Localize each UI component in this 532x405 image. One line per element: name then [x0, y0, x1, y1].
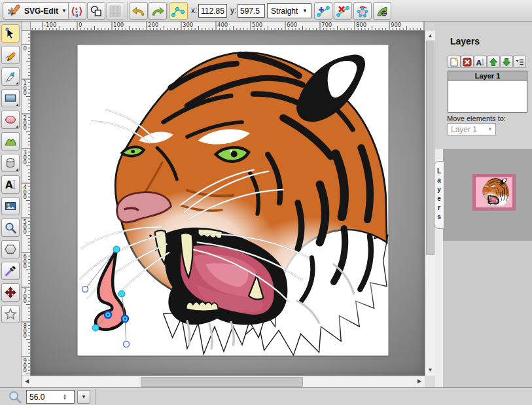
select-caret-icon: ▼ — [488, 126, 493, 132]
left-toolbar: A — [0, 22, 22, 387]
scrollbar-corner — [425, 376, 435, 387]
text-tool-button[interactable]: A — [1, 175, 20, 194]
pencil-tool-button[interactable] — [1, 46, 20, 64]
grid-button[interactable] — [106, 2, 124, 20]
source-code-button[interactable]: ⟨ s v g ⟩ — [68, 2, 86, 20]
zoom-spinner-icon[interactable]: ▲▼ — [60, 394, 70, 400]
svg-text:0: 0 — [24, 90, 27, 96]
ellipse-tool-button[interactable] — [1, 111, 20, 129]
zoom-tool-button[interactable] — [1, 219, 20, 237]
zoom-level-field[interactable]: ▲▼ — [26, 390, 75, 404]
segment-type-value: Straight — [271, 7, 298, 16]
scroll-left-icon[interactable]: ◀ — [22, 376, 32, 387]
document-thumbnail-image — [476, 177, 512, 207]
svg-text:0: 0 — [24, 228, 27, 235]
svg-text:0: 0 — [24, 194, 27, 200]
svg-text:500: 500 — [252, 22, 262, 28]
svg-text:0: 0 — [24, 332, 27, 339]
svg-text:g: g — [75, 12, 78, 18]
eyedropper-tool-button[interactable] — [1, 262, 20, 280]
layers-side-tab-label: Layers — [436, 167, 443, 222]
hexagon-tool-button[interactable] — [1, 240, 20, 258]
horizontal-scroll-thumb[interactable] — [141, 377, 303, 387]
document-thumbnail[interactable] — [472, 174, 516, 211]
app-title: SVG-Edit — [24, 7, 58, 16]
segment-type-select[interactable]: Straight ▼ — [267, 3, 311, 18]
star-tool-button[interactable] — [1, 305, 20, 323]
svg-text:600: 600 — [287, 22, 297, 28]
layer-row-selected[interactable]: Layer 1 — [448, 71, 527, 81]
add-node-button[interactable] — [314, 2, 332, 20]
svg-text:0: 0 — [24, 45, 27, 52]
scroll-down-icon[interactable]: ▼ — [425, 365, 435, 376]
svg-text:0: 0 — [79, 22, 82, 28]
svg-text:400: 400 — [217, 22, 228, 28]
select-caret-icon: ▼ — [302, 8, 308, 14]
edit-node-tool-button[interactable] — [169, 2, 188, 20]
canvas-area: -10001002003004005006007008009001000 010… — [22, 22, 435, 387]
path-tool-button[interactable] — [1, 132, 20, 150]
move-elements-select[interactable]: Layer 1 ▼ — [448, 123, 496, 135]
new-layer-button[interactable] — [448, 56, 461, 68]
main-menu-button[interactable]: SVG-Edit ▼ — [3, 2, 72, 20]
y-coordinate-label: y: — [230, 6, 236, 15]
close-path-button[interactable] — [353, 2, 372, 20]
open-path-button[interactable] — [373, 2, 391, 20]
panel-lower-area — [443, 241, 532, 387]
scroll-right-icon[interactable]: ▶ — [414, 376, 425, 387]
move-layer-down-button[interactable] — [500, 56, 513, 68]
layer-list[interactable]: Layer 1 — [448, 71, 527, 113]
zoom-presets-button[interactable]: ▼ — [77, 390, 90, 404]
svg-text:0: 0 — [24, 159, 27, 166]
bottom-bar: ▲▼ ▼ — [0, 387, 532, 405]
svg-text:0: 0 — [24, 298, 27, 304]
svg-text:A: A — [476, 58, 482, 67]
line-tool-button[interactable] — [1, 67, 20, 86]
y-coordinate-input[interactable] — [238, 4, 265, 18]
svg-text:⟩: ⟩ — [79, 5, 83, 17]
svg-text:200: 200 — [148, 22, 158, 28]
move-layer-up-button[interactable] — [487, 56, 500, 68]
zoom-level-input[interactable] — [27, 393, 60, 402]
layers-side-tab[interactable]: Layers — [434, 161, 444, 229]
shapes-button[interactable] — [87, 2, 105, 20]
svg-text:A: A — [5, 179, 13, 191]
select-tool-button[interactable] — [1, 24, 20, 43]
scroll-up-icon[interactable]: ▲ — [425, 31, 435, 41]
rectangle-tool-button[interactable] — [1, 89, 20, 107]
redo-button[interactable] — [149, 2, 167, 20]
svg-text:100: 100 — [113, 22, 124, 28]
svg-text:0: 0 — [24, 367, 27, 374]
horizontal-scrollbar[interactable]: ◀ ▶ — [22, 376, 425, 387]
svg-text:⟨: ⟨ — [71, 5, 75, 17]
menu-caret-icon: ▼ — [62, 8, 67, 14]
svg-edit-logo-icon — [8, 3, 21, 19]
move-elements-label: Move elements to: — [447, 114, 506, 122]
svg-edit-app: SVG-Edit ▼ ⟨ s v g ⟩ — [0, 0, 532, 405]
svg-text:0: 0 — [24, 263, 27, 270]
svg-text:800: 800 — [356, 22, 366, 28]
move-elements-value: Layer 1 — [451, 125, 477, 134]
layer-options-button[interactable] — [513, 56, 526, 68]
shape-library-button[interactable] — [1, 154, 20, 172]
x-coordinate-input[interactable] — [198, 4, 227, 18]
x-coordinate-label: x: — [191, 6, 197, 15]
layers-panel-title: Layers — [450, 36, 480, 46]
undo-button[interactable] — [130, 2, 148, 20]
rename-layer-button[interactable]: A — [474, 56, 487, 68]
top-toolbar: SVG-Edit ▼ ⟨ s v g ⟩ — [0, 0, 532, 22]
svg-text:900: 900 — [391, 22, 401, 28]
connector-cross-tool-button[interactable] — [1, 283, 20, 302]
image-tool-button[interactable] — [1, 197, 20, 215]
delete-node-button[interactable] — [334, 2, 352, 20]
layers-panel: Layers A — [435, 22, 532, 387]
svg-text:0: 0 — [24, 124, 27, 131]
canvas-viewport[interactable] — [31, 31, 425, 376]
delete-layer-button[interactable] — [461, 56, 474, 68]
ruler-corner — [22, 22, 31, 31]
svg-text:700: 700 — [321, 22, 332, 28]
svg-text:300: 300 — [183, 22, 193, 28]
svg-text:-100: -100 — [44, 22, 56, 28]
vertical-ruler: 0100200300400500600700800900 — [22, 31, 31, 376]
horizontal-ruler: -10001002003004005006007008009001000 — [31, 22, 425, 31]
